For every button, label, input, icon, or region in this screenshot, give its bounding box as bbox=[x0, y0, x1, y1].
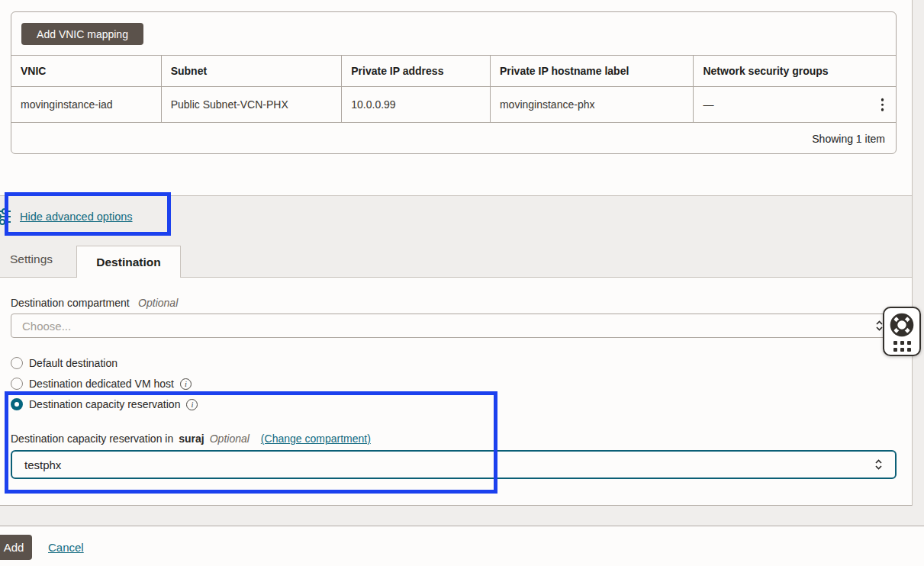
reservation-compartment-name: suraj bbox=[179, 433, 204, 445]
select-stepper-icon bbox=[874, 458, 883, 471]
dialog-footer: Add Cancel bbox=[0, 526, 924, 566]
add-vnic-mapping-button[interactable]: Add VNIC mapping bbox=[21, 23, 143, 45]
cell-hostname-label: movinginstance-phx bbox=[490, 87, 694, 122]
cell-vnic: movinginstance-iad bbox=[11, 87, 161, 122]
radio-row-dedicated-vm-host: Destination dedicated VM host i bbox=[11, 378, 192, 390]
panel-right-border bbox=[912, 0, 913, 506]
info-icon[interactable]: i bbox=[186, 399, 198, 410]
column-header-hostname-label: Private IP hostname label bbox=[490, 56, 694, 86]
destination-compartment-label-text: Destination compartment bbox=[11, 297, 130, 309]
cell-subnet: Public Subnet-VCN-PHX bbox=[161, 87, 342, 122]
advanced-options-sliders-icon bbox=[0, 207, 11, 226]
column-header-private-ip: Private IP address bbox=[341, 56, 490, 86]
tab-settings[interactable]: Settings bbox=[10, 252, 53, 266]
radio-dedicated-vm-host[interactable] bbox=[11, 378, 23, 390]
capacity-reservation-label: Destination capacity reservation in sura… bbox=[11, 433, 371, 445]
life-ring-icon bbox=[888, 311, 916, 339]
select-placeholder: Choose... bbox=[22, 320, 71, 333]
tab-destination[interactable]: Destination bbox=[76, 246, 181, 278]
capacity-reservation-select[interactable]: testphx bbox=[11, 450, 897, 479]
radio-dedicated-vm-host-label: Destination dedicated VM host bbox=[29, 378, 174, 390]
floating-helper-widget[interactable] bbox=[883, 307, 921, 356]
radio-default-destination-label: Default destination bbox=[29, 357, 118, 369]
hide-advanced-options-link[interactable]: Hide advanced options bbox=[20, 211, 133, 223]
vnic-mapping-table: Add VNIC mapping VNIC Subnet Private IP … bbox=[11, 11, 897, 154]
grid-dots-icon bbox=[893, 341, 911, 352]
add-button[interactable]: Add bbox=[0, 535, 32, 560]
radio-capacity-reservation[interactable] bbox=[11, 398, 23, 410]
table-footer: Showing 1 item bbox=[11, 122, 896, 154]
radio-row-capacity-reservation: Destination capacity reservation i bbox=[11, 398, 198, 410]
optional-badge: Optional bbox=[210, 433, 250, 445]
cancel-link[interactable]: Cancel bbox=[48, 541, 84, 554]
capacity-reservation-select-value: testphx bbox=[24, 458, 61, 471]
cell-nsg: — bbox=[693, 87, 896, 122]
column-header-nsg: Network security groups bbox=[693, 56, 896, 86]
column-header-subnet: Subnet bbox=[161, 56, 342, 86]
table-header-row: VNIC Subnet Private IP address Private I… bbox=[11, 55, 896, 86]
showing-items-text: Showing 1 item bbox=[812, 133, 885, 145]
column-header-vnic: VNIC bbox=[11, 56, 161, 86]
cell-private-ip: 10.0.0.99 bbox=[341, 87, 490, 122]
radio-row-default-destination: Default destination bbox=[11, 357, 118, 369]
table-toolbar: Add VNIC mapping bbox=[11, 12, 896, 55]
reservation-label-prefix: Destination capacity reservation in bbox=[11, 433, 173, 445]
optional-badge: Optional bbox=[138, 297, 178, 309]
radio-capacity-reservation-label: Destination capacity reservation bbox=[29, 398, 180, 410]
change-compartment-link[interactable]: (Change compartment) bbox=[261, 433, 371, 445]
row-actions-kebab-icon[interactable] bbox=[877, 95, 889, 114]
destination-compartment-select[interactable]: Choose... bbox=[11, 314, 897, 338]
tab-destination-label: Destination bbox=[96, 256, 160, 269]
destination-compartment-label: Destination compartment Optional bbox=[11, 296, 178, 310]
info-icon[interactable]: i bbox=[180, 378, 192, 390]
table-row: movinginstance-iad Public Subnet-VCN-PHX… bbox=[11, 86, 896, 122]
radio-default-destination[interactable] bbox=[11, 357, 23, 369]
